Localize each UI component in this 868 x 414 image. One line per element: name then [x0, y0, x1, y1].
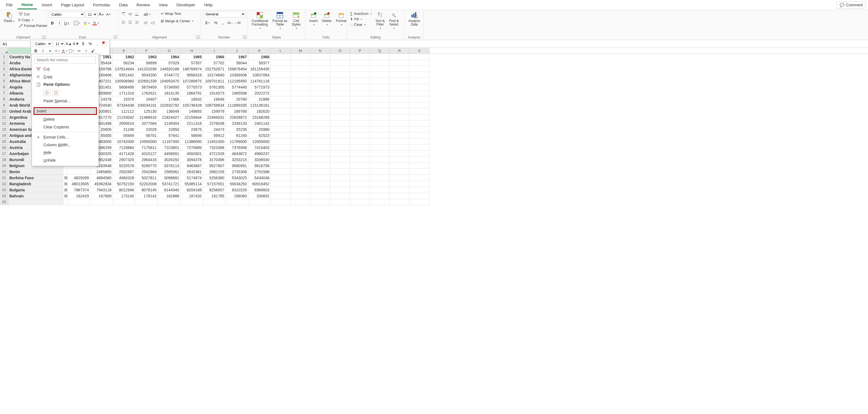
row-header[interactable]: 5 [0, 78, 8, 84]
cell[interactable]: 5774440 [226, 84, 248, 90]
ctx-column-width[interactable]: Column Width... [32, 141, 98, 149]
cell[interactable] [409, 96, 429, 102]
cell[interactable]: 4960237 [248, 151, 271, 157]
cell[interactable]: 10174840 [203, 72, 226, 78]
cell[interactable] [409, 145, 429, 151]
cell[interactable] [330, 145, 350, 151]
cell[interactable]: 148769974 [181, 66, 203, 72]
cell[interactable]: 7175811 [135, 145, 158, 151]
row-header[interactable]: 21 [0, 175, 8, 181]
cell[interactable] [310, 163, 330, 169]
cell[interactable] [68, 199, 90, 205]
cell[interactable]: 125130 [135, 108, 158, 114]
cell[interactable] [350, 54, 370, 60]
ctx-paste-default[interactable]: 📋 [43, 89, 50, 96]
cell[interactable]: 22494031 [203, 114, 226, 120]
cell[interactable]: 107289875 [181, 78, 203, 84]
cell[interactable]: 161156430 [248, 66, 271, 72]
cell[interactable] [350, 96, 370, 102]
ctx-unhide[interactable]: Unhide [32, 157, 98, 164]
cell[interactable] [409, 163, 429, 169]
number-dialog-launcher[interactable]: ↘ [243, 35, 246, 39]
cell[interactable] [390, 151, 409, 157]
cell[interactable] [330, 108, 350, 114]
cell[interactable]: 5434046 [248, 175, 271, 181]
cell[interactable]: 23675 [181, 127, 203, 133]
sort-filter-button[interactable]: AZSort &Filter [374, 11, 386, 30]
cell[interactable] [271, 60, 290, 66]
cell[interactable] [350, 114, 370, 120]
col-header-S[interactable]: S [409, 48, 429, 54]
cell[interactable] [330, 66, 350, 72]
cell[interactable] [370, 90, 390, 96]
cell[interactable]: 141202036 [135, 66, 158, 72]
cell[interactable] [390, 108, 409, 114]
cell[interactable] [409, 84, 429, 90]
cell[interactable] [390, 54, 409, 60]
cell[interactable] [310, 108, 330, 114]
percent-button[interactable]: % [213, 20, 219, 26]
cell[interactable]: 8258057 [203, 187, 226, 193]
cell[interactable] [370, 199, 390, 205]
cell[interactable]: 159979 [203, 108, 226, 114]
wrap-text-button[interactable]: ↩Wrap Text [160, 11, 194, 16]
cell[interactable]: 9378113 [158, 163, 181, 169]
ctx-format-cells[interactable]: ≡Format Cells... [32, 133, 98, 141]
cell[interactable] [158, 199, 181, 205]
cell[interactable] [290, 78, 310, 84]
cell[interactable]: Benin [8, 169, 63, 175]
cell[interactable]: 21488916 [135, 114, 158, 120]
cell[interactable] [330, 181, 350, 187]
cell[interactable] [290, 199, 310, 205]
cell[interactable] [310, 72, 330, 78]
mini-decrease-decimal[interactable]: .0 [83, 48, 89, 54]
cell[interactable]: 25235 [226, 127, 248, 133]
mini-increase-decimal[interactable]: .00 [76, 48, 82, 54]
font-color-button[interactable]: A [91, 20, 100, 26]
cell[interactable] [350, 199, 370, 205]
cell[interactable] [290, 120, 310, 127]
cell[interactable] [409, 114, 429, 120]
col-header-I[interactable]: I [203, 48, 226, 54]
cell[interactable]: 22159644 [181, 114, 203, 120]
cell[interactable]: 11167000 [158, 139, 181, 145]
clipboard-dialog-launcher[interactable]: ↘ [42, 35, 45, 39]
cell[interactable] [290, 163, 310, 169]
font-name-select[interactable]: Calibri [49, 11, 85, 18]
cell[interactable] [350, 169, 370, 175]
cell[interactable] [330, 133, 350, 139]
cell[interactable] [248, 199, 271, 205]
cell[interactable] [290, 114, 310, 120]
align-bottom-icon[interactable] [134, 11, 140, 17]
cell[interactable]: 17466 [158, 96, 181, 102]
cell[interactable] [330, 169, 350, 175]
cell[interactable] [271, 139, 290, 145]
cell[interactable] [409, 78, 429, 84]
cell[interactable]: 102691339 [135, 78, 158, 84]
cell[interactable] [370, 54, 390, 60]
cell[interactable]: 5256360 [203, 175, 226, 181]
cell[interactable] [290, 181, 310, 187]
row-header[interactable]: 14 [0, 133, 8, 139]
cell[interactable]: 2964416 [135, 157, 158, 163]
cell[interactable]: 8310226 [226, 187, 248, 193]
cell[interactable]: 100034191 [135, 102, 158, 108]
alignment-dialog-launcher[interactable]: ↘ [196, 35, 199, 39]
cell[interactable]: 182620 [248, 108, 271, 114]
font-size-select[interactable]: 11 [85, 11, 97, 18]
mini-comma[interactable]: , [94, 41, 100, 47]
decrease-font-icon[interactable]: A▼ [105, 11, 112, 18]
cell[interactable]: 2339133 [226, 120, 248, 127]
align-center-icon[interactable] [127, 19, 133, 25]
cell[interactable] [350, 60, 370, 66]
cell[interactable]: 7270889 [181, 145, 203, 151]
cell[interactable] [310, 145, 330, 151]
cell[interactable] [409, 199, 429, 205]
cell[interactable]: 1914573 [203, 90, 226, 96]
cell[interactable]: 5679409 [135, 84, 158, 90]
cell[interactable] [390, 72, 409, 78]
cell[interactable]: 59034250 [226, 181, 248, 187]
cell[interactable] [271, 102, 290, 108]
cell[interactable] [310, 151, 330, 157]
cell[interactable] [290, 169, 310, 175]
